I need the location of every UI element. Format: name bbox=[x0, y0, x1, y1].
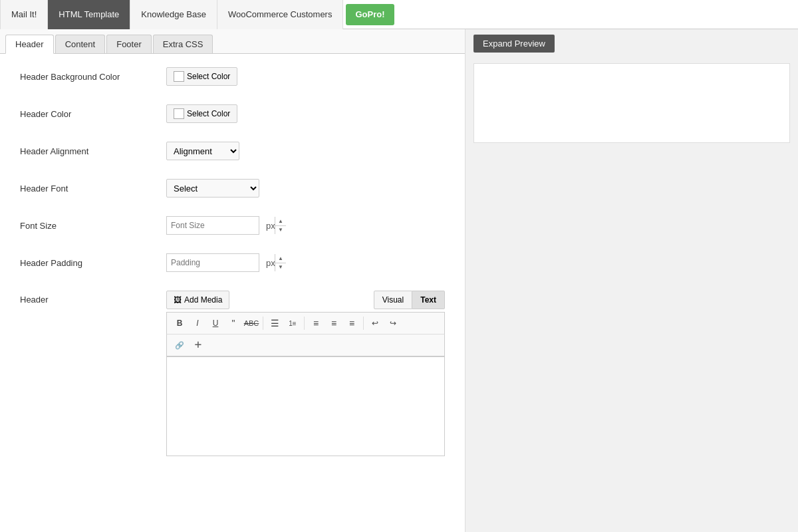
font-size-row: Font Size ▲ ▼ px bbox=[20, 216, 445, 235]
header-bg-color-label: Header Background Color bbox=[20, 72, 166, 82]
editor-toolbar-row2: 🔗 ✕ bbox=[166, 334, 445, 356]
font-size-input[interactable] bbox=[167, 221, 275, 230]
undo-button[interactable]: ↩ bbox=[366, 315, 384, 331]
toolbar-sep-2 bbox=[304, 317, 305, 330]
editor-mode-buttons: Visual Text bbox=[374, 291, 445, 309]
tab-gopro[interactable]: GoPro! bbox=[346, 4, 394, 25]
add-media-icon: 🖼 bbox=[174, 295, 182, 305]
header-color-btn-label: Select Color bbox=[187, 109, 230, 118]
align-right-button[interactable]: ≡ bbox=[343, 315, 360, 331]
tab-html-template[interactable]: HTML Template bbox=[48, 0, 130, 29]
top-nav: Mail It! HTML Template Knowledge Base Wo… bbox=[0, 0, 798, 29]
header-padding-label: Header Padding bbox=[20, 258, 166, 268]
strikethrough-button[interactable]: ABC bbox=[243, 315, 260, 331]
visual-mode-button[interactable]: Visual bbox=[374, 291, 412, 309]
header-bg-color-swatch bbox=[174, 71, 184, 82]
italic-button[interactable]: I bbox=[189, 315, 206, 331]
add-media-button[interactable]: 🖼 Add Media bbox=[166, 291, 229, 309]
toolbar-sep-1 bbox=[263, 317, 263, 330]
header-editor-wrapper: 🖼 Add Media Visual Text B I U " bbox=[166, 291, 445, 456]
sub-tabs: Header Content Footer Extra CSS bbox=[0, 29, 465, 54]
align-left-button[interactable]: ≡ bbox=[307, 315, 325, 331]
underline-button[interactable]: U bbox=[207, 315, 224, 331]
font-size-control: ▲ ▼ px bbox=[166, 216, 275, 235]
main-layout: Header Content Footer Extra CSS Header B… bbox=[0, 29, 798, 532]
header-padding-row: Header Padding ▲ ▼ px bbox=[20, 253, 445, 272]
form-area: Header Background Color Select Color Hea… bbox=[0, 54, 465, 532]
align-center-button[interactable]: ≡ bbox=[325, 315, 342, 331]
ol-button[interactable]: 1≡ bbox=[284, 315, 301, 331]
unlink-button[interactable]: ✕ bbox=[186, 333, 209, 356]
font-size-arrows: ▲ ▼ bbox=[275, 217, 286, 234]
tab-header[interactable]: Header bbox=[5, 35, 54, 54]
font-size-up[interactable]: ▲ bbox=[275, 217, 286, 226]
header-font-row: Header Font Select Arial Helvetica Times… bbox=[20, 179, 445, 198]
right-panel: Expand Preview bbox=[466, 29, 798, 532]
header-bg-color-btn-label: Select Color bbox=[187, 72, 230, 81]
header-padding-input[interactable] bbox=[167, 258, 275, 267]
bold-button[interactable]: B bbox=[171, 315, 188, 331]
preview-area bbox=[473, 63, 790, 143]
header-alignment-label: Header Alignment bbox=[20, 146, 166, 156]
blockquote-button[interactable]: " bbox=[225, 315, 242, 331]
header-color-swatch bbox=[174, 108, 184, 119]
header-padding-down[interactable]: ▼ bbox=[275, 263, 286, 272]
header-padding-up[interactable]: ▲ bbox=[275, 254, 286, 263]
font-size-spinner: ▲ ▼ bbox=[166, 216, 259, 235]
preview-header: Expand Preview bbox=[466, 29, 798, 58]
header-font-label: Header Font bbox=[20, 184, 166, 194]
header-bg-color-button[interactable]: Select Color bbox=[166, 67, 237, 86]
ul-button[interactable]: ☰ bbox=[266, 315, 283, 331]
header-padding-unit: px bbox=[266, 258, 275, 268]
font-size-label: Font Size bbox=[20, 221, 166, 231]
header-color-label: Header Color bbox=[20, 109, 166, 119]
text-mode-button[interactable]: Text bbox=[412, 291, 445, 309]
expand-preview-button[interactable]: Expand Preview bbox=[473, 35, 555, 53]
header-color-button[interactable]: Select Color bbox=[166, 104, 237, 123]
header-editor-row: Header 🖼 Add Media Visual Text bbox=[20, 291, 445, 456]
redo-button[interactable]: ↪ bbox=[384, 315, 402, 331]
header-color-row: Header Color Select Color bbox=[20, 104, 445, 123]
tab-knowledge-base[interactable]: Knowledge Base bbox=[130, 0, 217, 29]
font-size-unit: px bbox=[266, 221, 275, 231]
header-editor-label: Header bbox=[20, 291, 166, 305]
header-bg-color-control: Select Color bbox=[166, 67, 237, 86]
header-padding-arrows: ▲ ▼ bbox=[275, 254, 286, 271]
tab-mail-it[interactable]: Mail It! bbox=[0, 0, 48, 29]
tab-extra-css[interactable]: Extra CSS bbox=[153, 35, 213, 53]
header-alignment-control: Alignment Left Center Right bbox=[166, 142, 239, 160]
header-bg-color-row: Header Background Color Select Color bbox=[20, 67, 445, 86]
editor-body[interactable] bbox=[166, 356, 445, 456]
header-color-control: Select Color bbox=[166, 104, 237, 123]
header-padding-spinner: ▲ ▼ bbox=[166, 253, 259, 272]
add-media-label: Add Media bbox=[184, 295, 222, 305]
tab-woocommerce-customers[interactable]: WooCommerce Customers bbox=[217, 0, 344, 29]
header-font-control: Select Arial Helvetica Times New Roman G… bbox=[166, 179, 259, 198]
toolbar-sep-3 bbox=[363, 317, 364, 330]
header-alignment-select[interactable]: Alignment Left Center Right bbox=[166, 142, 239, 160]
header-font-select[interactable]: Select Arial Helvetica Times New Roman G… bbox=[166, 179, 259, 198]
header-padding-control: ▲ ▼ px bbox=[166, 253, 275, 272]
left-panel: Header Content Footer Extra CSS Header B… bbox=[0, 29, 466, 532]
tab-footer[interactable]: Footer bbox=[106, 35, 152, 53]
tab-content[interactable]: Content bbox=[55, 35, 106, 53]
header-alignment-row: Header Alignment Alignment Left Center R… bbox=[20, 142, 445, 160]
editor-top-row: 🖼 Add Media Visual Text bbox=[166, 291, 445, 309]
editor-toolbar-row1: B I U " ABC ☰ 1≡ ≡ ≡ ≡ ↩ ↪ bbox=[166, 312, 445, 334]
font-size-down[interactable]: ▼ bbox=[275, 226, 286, 235]
